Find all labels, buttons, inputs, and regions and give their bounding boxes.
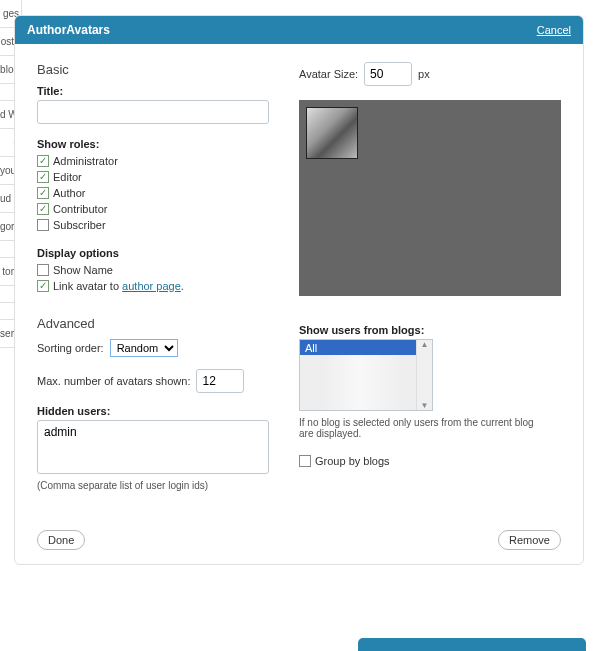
sorting-label: Sorting order: — [37, 342, 104, 354]
link-avatar-checkbox[interactable]: ✓ — [37, 280, 49, 292]
blog-option[interactable] — [300, 400, 416, 410]
avatar-size-label: Avatar Size: — [299, 68, 358, 80]
show-name-label: Show Name — [53, 262, 113, 278]
title-input[interactable] — [37, 100, 269, 124]
max-avatars-label: Max. number of avatars shown: — [37, 375, 190, 387]
role-checkbox[interactable]: ✓ — [37, 203, 49, 215]
role-checkbox[interactable]: ✓ — [37, 155, 49, 167]
blogs-hint: If no blog is selected only users from t… — [299, 417, 539, 439]
right-column: Avatar Size: px Show users from blogs: A… — [299, 62, 561, 505]
blog-option[interactable] — [300, 385, 416, 400]
role-label: Administrator — [53, 153, 118, 169]
remove-button[interactable]: Remove — [498, 530, 561, 550]
avatar-size-input[interactable] — [364, 62, 412, 86]
blog-option[interactable] — [300, 355, 416, 370]
widget-panel: AuthorAvatars Cancel Basic Title: Show r… — [14, 15, 584, 565]
show-roles-label: Show roles: — [37, 138, 269, 150]
role-label: Contributor — [53, 201, 107, 217]
display-options-label: Display options — [37, 247, 269, 259]
group-by-blogs-label: Group by blogs — [315, 453, 390, 469]
max-avatars-input[interactable] — [196, 369, 244, 393]
widget-title: AuthorAvatars — [27, 23, 110, 37]
chevron-down-icon[interactable]: ▼ — [421, 401, 429, 410]
blogs-label: Show users from blogs: — [299, 324, 561, 336]
widget-body: Basic Title: Show roles: ✓Administrator✓… — [15, 44, 583, 519]
avatar-preview-image — [306, 107, 358, 159]
widget-footer: Done Remove — [15, 519, 583, 564]
hidden-users-label: Hidden users: — [37, 405, 269, 417]
title-label: Title: — [37, 85, 269, 97]
basic-heading: Basic — [37, 62, 269, 77]
avatar-size-unit: px — [418, 68, 430, 80]
hidden-users-textarea[interactable] — [37, 420, 269, 474]
sorting-select[interactable]: Random — [110, 339, 178, 357]
widget-header: AuthorAvatars Cancel — [15, 16, 583, 44]
chevron-up-icon[interactable]: ▲ — [421, 340, 429, 349]
hidden-users-hint: (Comma separate list of user login ids) — [37, 480, 269, 491]
blog-option[interactable]: All — [300, 340, 416, 355]
blogs-multiselect[interactable]: All ▲ ▼ — [299, 339, 433, 411]
left-column: Basic Title: Show roles: ✓Administrator✓… — [37, 62, 269, 505]
author-page-link[interactable]: author page — [122, 280, 181, 292]
show-name-checkbox[interactable]: ✓ — [37, 264, 49, 276]
role-checkbox[interactable]: ✓ — [37, 219, 49, 231]
role-checkbox[interactable]: ✓ — [37, 171, 49, 183]
role-label: Subscriber — [53, 217, 106, 233]
advanced-heading: Advanced — [37, 316, 269, 331]
scrollbar[interactable]: ▲ ▼ — [416, 340, 432, 410]
role-checkbox[interactable]: ✓ — [37, 187, 49, 199]
blog-option[interactable] — [300, 370, 416, 385]
done-button[interactable]: Done — [37, 530, 85, 550]
role-label: Editor — [53, 169, 82, 185]
avatar-preview-box — [299, 100, 561, 296]
cancel-link[interactable]: Cancel — [537, 24, 571, 36]
collapsed-widget-header[interactable] — [358, 638, 586, 651]
role-label: Author — [53, 185, 85, 201]
group-by-blogs-checkbox[interactable]: ✓ — [299, 455, 311, 467]
link-avatar-text: Link avatar to author page. — [53, 278, 184, 294]
